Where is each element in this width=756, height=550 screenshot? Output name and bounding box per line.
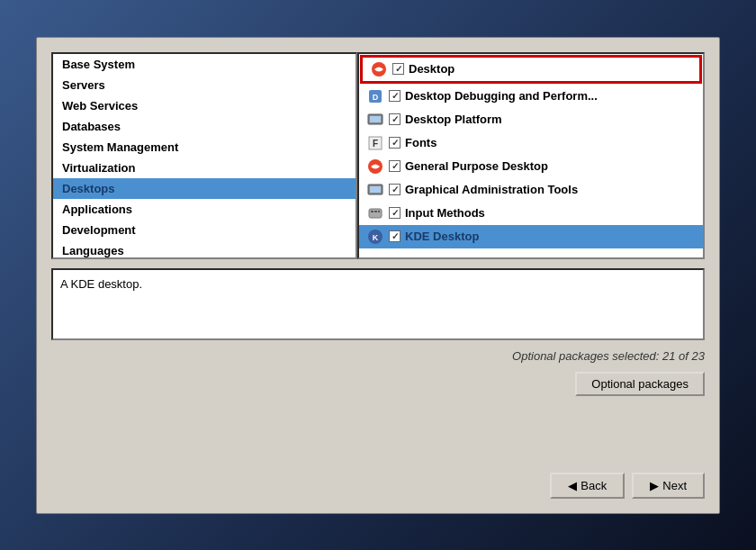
graphical-icon [366, 181, 384, 199]
description-area: A KDE desktop. [51, 268, 705, 340]
kde-checkbox[interactable] [389, 230, 400, 242]
right-list-item-debugging[interactable]: D Desktop Debugging and Perform... [359, 85, 703, 108]
next-arrow-icon: ▶ [650, 479, 659, 492]
debugging-checkbox[interactable] [389, 90, 400, 102]
sidebar-item-system-management[interactable]: System Management [53, 137, 356, 158]
right-list-item-kde[interactable]: K KDE Desktop [359, 225, 703, 248]
gnome-icon [370, 60, 388, 78]
desktop-checkbox[interactable] [392, 63, 404, 75]
main-container: Base System Servers Web Services Databas… [36, 37, 720, 514]
fonts-icon: F [366, 134, 384, 152]
right-list-item-input[interactable]: Input Methods [359, 202, 703, 225]
optional-packages-button[interactable]: Optional packages [575, 372, 705, 396]
right-list[interactable]: Desktop D Desktop Debugging and Perform.… [357, 52, 705, 259]
input-checkbox[interactable] [389, 207, 400, 219]
right-list-item-desktop[interactable]: Desktop [360, 55, 702, 84]
right-list-item-fonts[interactable]: F Fonts [359, 131, 703, 155]
svg-rect-13 [378, 211, 380, 212]
next-label: Next [662, 479, 687, 492]
sidebar-item-desktops[interactable]: Desktops [53, 178, 356, 199]
optional-packages-area: Optional packages [51, 372, 705, 396]
optional-packages-info: Optional packages selected: 21 of 23 [512, 349, 705, 363]
sidebar-item-servers[interactable]: Servers [53, 75, 356, 95]
right-list-label-platform: Desktop Platform [405, 113, 502, 126]
svg-rect-11 [371, 211, 374, 212]
right-list-label-graphical: Graphical Administration Tools [405, 183, 578, 196]
right-list-label-debugging: Desktop Debugging and Perform... [405, 89, 598, 103]
next-button[interactable]: ▶ Next [632, 473, 705, 499]
kde-icon: K [366, 228, 384, 246]
left-list[interactable]: Base System Servers Web Services Databas… [51, 52, 357, 259]
optional-info: Optional packages selected: 21 of 23 [51, 349, 705, 363]
sidebar-item-languages[interactable]: Languages [53, 240, 356, 259]
svg-text:D: D [373, 93, 379, 102]
right-list-label-kde: KDE Desktop [405, 230, 479, 243]
right-list-label-fonts: Fonts [405, 136, 436, 149]
svg-text:F: F [373, 139, 378, 149]
input-icon [366, 204, 384, 222]
sidebar-item-applications[interactable]: Applications [53, 199, 356, 220]
graphical-checkbox[interactable] [389, 184, 400, 195]
back-button[interactable]: ◀ Back [550, 473, 625, 499]
sidebar-item-base-system[interactable]: Base System [53, 54, 356, 75]
platform-icon [366, 111, 384, 129]
right-list-label-input: Input Methods [405, 206, 485, 220]
svg-rect-12 [374, 211, 377, 212]
sidebar-item-databases[interactable]: Databases [53, 116, 356, 137]
sidebar-item-web-services[interactable]: Web Services [53, 95, 356, 116]
right-list-item-general[interactable]: General Purpose Desktop [359, 155, 703, 178]
sidebar-item-development[interactable]: Development [53, 220, 356, 240]
fonts-checkbox[interactable] [389, 137, 400, 149]
back-arrow-icon: ◀ [568, 479, 577, 492]
debug-icon: D [366, 87, 384, 105]
right-list-label-desktop: Desktop [409, 62, 454, 76]
general-checkbox[interactable] [389, 160, 400, 172]
svg-text:K: K [373, 233, 379, 242]
svg-rect-4 [370, 116, 381, 122]
right-list-item-platform[interactable]: Desktop Platform [359, 108, 703, 131]
back-label: Back [580, 479, 607, 492]
lists-area: Base System Servers Web Services Databas… [51, 52, 705, 259]
platform-checkbox[interactable] [389, 113, 400, 125]
right-list-label-general: General Purpose Desktop [405, 159, 548, 173]
svg-rect-10 [369, 209, 382, 218]
sidebar-item-virtualization[interactable]: Virtualization [53, 158, 356, 178]
right-list-item-graphical[interactable]: Graphical Administration Tools [359, 178, 703, 202]
general-icon [366, 158, 384, 176]
bottom-buttons: ◀ Back ▶ Next [51, 473, 705, 499]
svg-rect-9 [370, 186, 381, 193]
description-text: A KDE desktop. [60, 277, 142, 291]
